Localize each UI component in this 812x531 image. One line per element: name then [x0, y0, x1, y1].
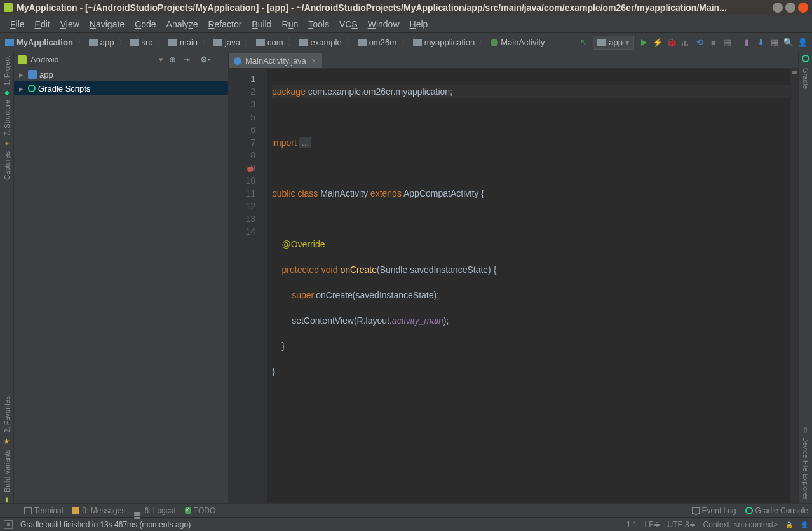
gradle-icon [28, 85, 36, 92]
folder-icon [213, 39, 222, 46]
context-selector[interactable]: Context: <no context> [703, 520, 778, 529]
menu-run[interactable]: Run [277, 19, 304, 29]
tool-terminal[interactable]: Terminal [24, 506, 63, 515]
status-bar: Gradle build finished in 13s 467ms (mome… [0, 517, 812, 531]
variants-rail-icon: ▮ [5, 496, 9, 503]
breadcrumb-item[interactable]: myapplication [410, 38, 478, 47]
menu-code[interactable]: Code [130, 19, 161, 29]
window-close-button[interactable] [798, 3, 808, 13]
chevron-down-icon: ▾ [625, 38, 630, 47]
editor-body[interactable]: 1 2 3 5 6 7 8 9 10 11 12 13 14 package c… [229, 69, 798, 503]
attach-debugger-button[interactable]: ⟲ [693, 36, 707, 50]
avd-manager-button[interactable]: ▮ [740, 36, 754, 50]
caret-position[interactable]: 1:1 [626, 520, 637, 529]
gradle-console-icon [745, 507, 753, 514]
window-maximize-button[interactable] [785, 3, 795, 13]
tool-window-quick-access-button[interactable] [4, 520, 13, 529]
tool-gradle-console[interactable]: Gradle Console [745, 506, 808, 515]
search-everywhere-button[interactable]: 🔍 [782, 36, 795, 50]
bottom-tool-bar: Terminal 0: Messages 6: Logcat TODO Even… [0, 503, 812, 517]
debug-button[interactable]: 🐞 [665, 36, 679, 50]
tool-event-log[interactable]: Event Log [692, 506, 736, 515]
settings-button[interactable]: ⚙▾ [200, 55, 210, 65]
window-minimize-button[interactable] [773, 3, 783, 13]
tool-build-variants[interactable]: Build Variants [3, 446, 11, 496]
breadcrumb-item[interactable]: MainActivity [488, 38, 547, 47]
breadcrumb-item[interactable]: om26er [355, 38, 400, 47]
chevron-down-icon[interactable]: ▾ [159, 55, 163, 64]
menu-analyze[interactable]: Analyze [161, 19, 203, 29]
window-title: MyApplication - [~/AndroidStudioProjects… [17, 3, 773, 13]
module-icon [28, 70, 37, 79]
menu-window[interactable]: Window [363, 19, 405, 29]
error-stripe[interactable] [790, 69, 798, 503]
scroll-from-source-button[interactable]: ⊕ [167, 55, 177, 65]
tool-project[interactable]: 1: Project [3, 52, 11, 89]
folder-icon [413, 39, 422, 46]
menu-view[interactable]: View [55, 19, 85, 29]
project-tool-window: Android ▾ ⊕ ⇥ ⚙▾ — ▸ app ▸ Gradle Script… [14, 52, 229, 503]
breadcrumb-item[interactable]: src [128, 38, 155, 47]
user-icon[interactable]: 👤 [795, 36, 809, 50]
breadcrumb-item[interactable]: java [211, 38, 243, 47]
gutter[interactable]: 1 2 3 5 6 7 8 9 10 11 12 13 14 [229, 69, 267, 503]
collapse-all-button[interactable]: ⇥ [181, 55, 191, 65]
breadcrumb-item[interactable]: com [254, 38, 286, 47]
folder-icon [256, 39, 265, 46]
menu-file[interactable]: File [5, 19, 30, 29]
tool-logcat[interactable]: 6: Logcat [134, 506, 175, 515]
android-icon [18, 55, 27, 64]
expand-arrow-icon[interactable]: ▸ [19, 84, 25, 93]
structure-rail-icon: ⌖ [5, 140, 9, 148]
sdk-manager-button[interactable]: ⬇ [754, 36, 768, 50]
read-only-toggle[interactable] [785, 520, 793, 529]
breadcrumb-item[interactable]: example [297, 38, 344, 47]
editor-pane: MainActivity.java × 1 2 3 5 6 7 8 9 10 1… [229, 52, 798, 503]
menu-navigate[interactable]: Navigate [85, 19, 130, 29]
menu-refactor[interactable]: Refactor [203, 19, 247, 29]
tool-structure[interactable]: 7: Structure [3, 96, 11, 140]
tool-favorites[interactable]: 2: Favorites [3, 392, 11, 436]
tool-todo[interactable]: TODO [185, 506, 215, 515]
breadcrumb-item[interactable]: main [166, 38, 200, 47]
tool-device-file-explorer[interactable]: Device File Explorer [802, 433, 809, 503]
close-tab-button[interactable]: × [310, 56, 318, 66]
breadcrumb-item[interactable]: app [86, 38, 117, 47]
inspection-profile[interactable] [801, 520, 808, 529]
folder-icon [5, 39, 14, 46]
tool-gradle[interactable]: Gradle [802, 64, 809, 93]
fold-region[interactable]: ... [299, 137, 312, 148]
tool-messages[interactable]: 0: Messages [72, 506, 125, 515]
menu-build[interactable]: Build [247, 19, 276, 29]
run-button[interactable] [637, 36, 651, 50]
tool-captures[interactable]: Captures [3, 148, 11, 184]
stop-button[interactable]: ■ [707, 36, 721, 50]
menu-help[interactable]: Help [405, 19, 433, 29]
override-gutter-icon[interactable] [247, 163, 254, 171]
profile-button[interactable] [679, 36, 693, 50]
make-project-button[interactable]: ↖ [576, 36, 590, 50]
folder-icon [89, 39, 98, 46]
class-icon [234, 57, 241, 65]
tree-item-app[interactable]: ▸ app [14, 67, 228, 81]
line-separator[interactable]: LF≑ [645, 520, 660, 529]
expand-arrow-icon[interactable]: ▸ [19, 70, 25, 79]
folder-icon [168, 39, 177, 46]
menu-bar: File Edit View Navigate Code Analyze Ref… [0, 15, 812, 33]
run-config-combo[interactable]: app ▾ [593, 36, 634, 50]
project-tree[interactable]: ▸ app ▸ Gradle Scripts [14, 67, 228, 503]
file-encoding[interactable]: UTF-8≑ [668, 520, 696, 529]
editor-tab[interactable]: MainActivity.java × [229, 53, 322, 68]
project-view-selector[interactable]: Android [30, 55, 155, 64]
breadcrumb-item[interactable]: MyApplication [3, 38, 76, 47]
project-structure-button[interactable]: ▦ [768, 36, 782, 50]
apply-changes-button[interactable]: ⚡ [651, 36, 665, 50]
tree-item-gradle-scripts[interactable]: ▸ Gradle Scripts [14, 81, 228, 95]
folder-icon [130, 39, 139, 46]
menu-edit[interactable]: Edit [30, 19, 55, 29]
code-area[interactable]: package com.example.om26er.myapplication… [267, 69, 790, 503]
menu-tools[interactable]: Tools [303, 19, 334, 29]
hide-button[interactable]: — [214, 55, 224, 65]
sync-gradle-button[interactable]: ▦ [721, 36, 734, 50]
menu-vcs[interactable]: VCS [334, 19, 363, 29]
